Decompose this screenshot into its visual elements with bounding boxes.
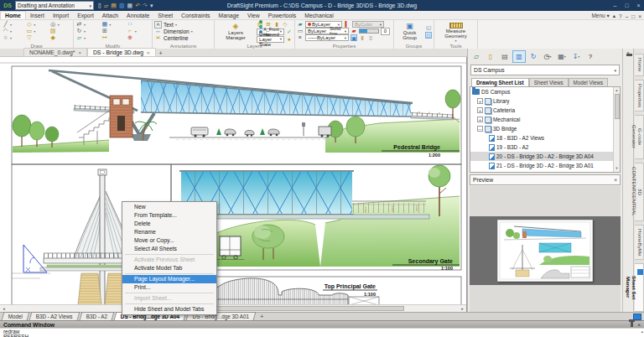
close-button[interactable]: × <box>633 3 644 8</box>
side-tab-homebyme[interactable]: HomeByMe <box>635 225 644 260</box>
side-tab-sheet-set-manager[interactable]: Sheet Set Manager <box>635 263 644 312</box>
layer-check-icon[interactable]: ✓ <box>286 29 293 35</box>
circle-icon[interactable]: ○ <box>2 34 9 41</box>
expand-icon[interactable]: + <box>477 117 483 122</box>
layer-state-dropdown[interactable]: Unsaved Layer State ▾ <box>257 36 284 43</box>
tab-sheet[interactable]: Sheet <box>153 12 177 19</box>
save-icon[interactable]: ▤ <box>111 2 117 9</box>
history-icon[interactable]: ◷▾ <box>541 50 554 63</box>
menu-item-activate-model-tab[interactable]: Activate Model Tab <box>122 264 216 272</box>
side-tab-3d-contentcentral[interactable]: 3D CONTENTCENTRAL <box>635 163 644 220</box>
layers-manager-button[interactable]: ◈ Layers Manager <box>216 21 255 42</box>
transparency-value[interactable]: 0 <box>381 28 390 35</box>
centerline-tool[interactable]: ≍ Centerline <box>154 34 212 41</box>
arc-icon[interactable]: ◠ <box>2 28 9 34</box>
menu-item-page-layout-manager[interactable]: Page Layout Manager... <box>122 275 216 283</box>
tab-powertools[interactable]: Powertools <box>264 12 301 19</box>
array-icon[interactable]: ▦ <box>101 21 108 28</box>
drawing-canvas[interactable]: Pedestral Bridge 1:200 Secondary Gate 1:… <box>0 57 467 312</box>
menu-item-print[interactable]: Print... <box>122 283 216 292</box>
tab-model-views[interactable]: Model Views <box>569 78 609 86</box>
toolbar-options-icon[interactable]: ▾ <box>150 2 153 9</box>
ungroup-icon[interactable]: ◱ <box>425 24 432 31</box>
sheet-set-selector[interactable]: DS Campus ▾ <box>470 65 620 75</box>
scroll-down-icon[interactable]: ▾ <box>615 165 617 172</box>
tree-scrollbar[interactable]: ▴ ▾ <box>613 87 620 172</box>
doc-tab-noname[interactable]: NONAME_0.dwg*× <box>23 48 87 56</box>
redo-icon[interactable]: ↷ <box>143 2 148 9</box>
tree-root[interactable]: DS Campus <box>470 87 620 96</box>
new-sheet-tab-button[interactable]: + <box>257 313 267 320</box>
new-file-icon[interactable]: ▯ <box>98 2 101 9</box>
workspace-selector[interactable]: Drafting and Annotation ▾ <box>15 1 94 10</box>
tree-item-sheet-21[interactable]: 21 - DS - Bridge 3D - A2 - Bridge 3D A01 <box>470 161 620 170</box>
mirror-icon[interactable]: ⊞ <box>101 28 108 34</box>
tab-mechanical[interactable]: Mechanical <box>300 12 337 19</box>
print-icon[interactable]: ▦ <box>127 2 133 9</box>
transmit-icon[interactable]: ↧▾ <box>569 50 583 63</box>
sheet-tab-b3d-a2-views[interactable]: B3D - A2 Views <box>29 312 80 320</box>
menu-item-hide-sheet-and-model-tabs[interactable]: Hide Sheet and Model Tabs <box>122 305 216 314</box>
expand-icon[interactable]: + <box>477 107 483 113</box>
move-icon[interactable]: ⇄ <box>75 21 83 28</box>
page-icon[interactable]: ▯ <box>367 34 374 41</box>
scroll-up-icon[interactable]: ▴ <box>615 87 617 94</box>
pattern-icon[interactable]: ∷ <box>127 21 134 28</box>
expand-icon[interactable]: + <box>477 172 483 173</box>
polygon-icon[interactable]: ▽ <box>25 34 33 41</box>
swatch-icon[interactable]: ▮ <box>359 34 366 41</box>
side-tab-properties[interactable]: Properties <box>635 80 644 111</box>
ellipse-icon[interactable]: ◇ <box>25 21 33 28</box>
tab-home[interactable]: Home <box>0 11 26 19</box>
transparency-brush-icon[interactable]: ▰ <box>351 28 357 34</box>
rectangle-icon[interactable]: ▭ <box>25 28 33 34</box>
quick-group-button[interactable]: ▣ Quick Group <box>396 21 423 42</box>
open-sheet-set-icon[interactable]: ▱ <box>470 50 483 63</box>
dimension-tool[interactable]: ↔ Dimension ▾ <box>154 28 212 34</box>
tree-item-3d-bridge[interactable]: − 3D Bridge <box>470 124 620 133</box>
linestyle-dropdown[interactable]: ByLayer Solid line ▾ <box>305 28 349 34</box>
menu-item-new[interactable]: New <box>122 203 216 211</box>
match-properties-icon[interactable]: ▣ <box>351 34 357 41</box>
doc-restore-icon[interactable]: □ <box>631 13 635 19</box>
tab-annotate[interactable]: Annotate <box>122 12 153 19</box>
side-tab-home[interactable]: Home <box>635 54 644 76</box>
doc-close-icon[interactable]: × <box>638 13 641 19</box>
ring-icon[interactable]: ◎ <box>49 21 57 28</box>
open-file-icon[interactable]: ▱ <box>104 2 108 9</box>
tab-attach[interactable]: Attach <box>98 12 122 19</box>
tab-export[interactable]: Export <box>73 12 98 19</box>
tree-item-sheet-20[interactable]: 20 - DS - Bridge 3D - A2 - Bridge 3D A04 <box>470 152 620 161</box>
tab-insert[interactable]: Insert <box>26 12 49 19</box>
save-all-icon[interactable]: ▥ <box>119 2 125 9</box>
collapse-ribbon-icon[interactable]: ▴ <box>613 13 615 19</box>
tree-item-mechanical[interactable]: + Mechanical <box>470 115 620 124</box>
command-window-header[interactable]: Command Window × <box>0 320 644 328</box>
new-doc-tab-button[interactable]: + <box>156 50 166 56</box>
power-trim-icon[interactable]: ⊕ <box>127 34 134 41</box>
tree-item-cafeteria[interactable]: + Cafeteria <box>470 106 620 115</box>
command-scroll-up-icon[interactable]: ▴ <box>641 329 643 334</box>
offset-icon[interactable]: ▱ <box>75 34 83 41</box>
tab-constraints[interactable]: Constraints <box>177 12 214 19</box>
linestyle-tool-icon[interactable]: ▭ <box>297 28 304 34</box>
pin-command-window-icon[interactable] <box>631 322 633 327</box>
hatch-icon[interactable]: ▨ <box>49 28 57 34</box>
restore-button[interactable]: □ <box>621 3 632 8</box>
rotate-icon[interactable]: ↻ <box>75 28 83 34</box>
tab-drawing-sheet-list[interactable]: Drawing Sheet List <box>471 78 529 86</box>
close-doc-icon[interactable]: × <box>147 50 150 55</box>
undo-icon[interactable]: ↶ <box>135 2 140 9</box>
tab-import[interactable]: Import <box>49 12 73 19</box>
close-command-window-icon[interactable]: × <box>637 322 641 328</box>
preview-header[interactable]: Preview × <box>470 174 621 185</box>
doc-minimize-icon[interactable]: – <box>626 13 629 19</box>
scrollbar-thumb[interactable] <box>615 94 620 119</box>
minimize-button[interactable]: – <box>610 3 621 8</box>
collapse-icon[interactable]: − <box>477 126 483 132</box>
scroll-left-icon[interactable]: ◂ <box>0 306 8 311</box>
doc-tab-bridge3d[interactable]: DS - Bridge 3D.dwg× <box>87 48 156 56</box>
text-tool[interactable]: A Text ▾ <box>154 21 212 28</box>
linecolor-tool-icon[interactable]: ▰ <box>297 21 304 28</box>
tree-item-library[interactable]: + Library <box>470 96 620 106</box>
